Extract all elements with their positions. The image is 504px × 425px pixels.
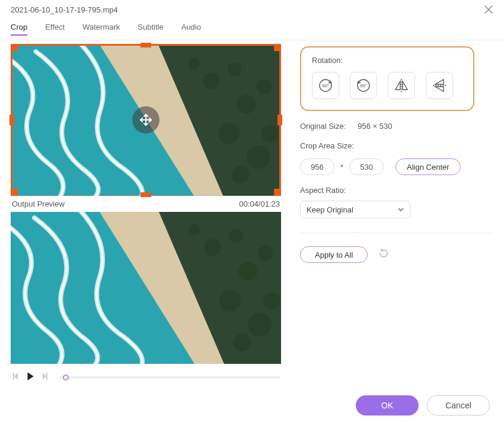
crop-handle-tr[interactable]: [274, 44, 281, 51]
play-button[interactable]: [25, 371, 36, 384]
flip-horizontal-icon[interactable]: [388, 72, 415, 99]
chevron-down-icon: [398, 208, 404, 211]
timecode: 00:04/01:23: [239, 199, 280, 208]
rotation-group: Rotation: 90° 90°: [300, 46, 474, 111]
svg-rect-12: [13, 373, 14, 380]
crop-area-label: Crop Area Size:: [300, 141, 493, 150]
tab-bar: Crop Effect Watermark Subtitle Audio: [0, 19, 504, 40]
close-icon[interactable]: [484, 5, 493, 14]
crop-height-input[interactable]: [349, 158, 384, 175]
crop-handle-tl[interactable]: [11, 44, 18, 51]
output-preview: [11, 212, 281, 364]
crop-handle-bl[interactable]: [11, 189, 18, 196]
next-frame-button[interactable]: [39, 372, 49, 383]
divider: [300, 233, 493, 233]
tab-subtitle[interactable]: Subtitle: [138, 19, 163, 35]
output-preview-label: Output Preview: [12, 199, 65, 208]
ok-button[interactable]: OK: [356, 395, 419, 416]
svg-text:90°: 90°: [322, 83, 329, 88]
flip-vertical-icon[interactable]: [426, 72, 453, 99]
tab-audio[interactable]: Audio: [181, 19, 201, 35]
svg-text:90°: 90°: [360, 83, 367, 88]
tab-effect[interactable]: Effect: [45, 19, 65, 35]
rotation-label: Rotation:: [312, 56, 462, 65]
align-center-button[interactable]: Align Center: [395, 158, 461, 175]
tab-crop[interactable]: Crop: [11, 19, 27, 35]
rotate-ccw-icon[interactable]: 90°: [350, 72, 377, 99]
reset-icon[interactable]: [378, 248, 389, 261]
svg-rect-13: [46, 373, 47, 380]
file-title: 2021-06-10_10-17-19-795.mp4: [11, 5, 118, 14]
aspect-ratio-select[interactable]: Keep Original: [300, 201, 410, 218]
crop-width-input[interactable]: [300, 158, 334, 175]
rotate-cw-icon[interactable]: 90°: [312, 72, 339, 99]
crop-times: *: [340, 163, 343, 172]
apply-to-all-button[interactable]: Apply to All: [300, 246, 368, 263]
progress-slider[interactable]: [59, 376, 280, 379]
tab-watermark[interactable]: Watermark: [82, 19, 120, 35]
crop-preview[interactable]: [11, 44, 281, 196]
aspect-ratio-label: Aspect Ratio:: [300, 186, 493, 195]
original-size-value: 956 × 530: [358, 122, 392, 131]
crop-handle-l[interactable]: [9, 115, 14, 125]
aspect-ratio-value: Keep Original: [307, 205, 353, 214]
cancel-button[interactable]: Cancel: [427, 395, 490, 416]
prev-frame-button[interactable]: [12, 372, 21, 383]
original-size-label: Original Size:: [300, 122, 346, 131]
crop-handle-t[interactable]: [141, 43, 151, 47]
crop-handle-b[interactable]: [141, 192, 151, 197]
crop-handle-r[interactable]: [277, 115, 282, 125]
move-icon[interactable]: [132, 106, 160, 134]
crop-handle-br[interactable]: [274, 189, 281, 196]
